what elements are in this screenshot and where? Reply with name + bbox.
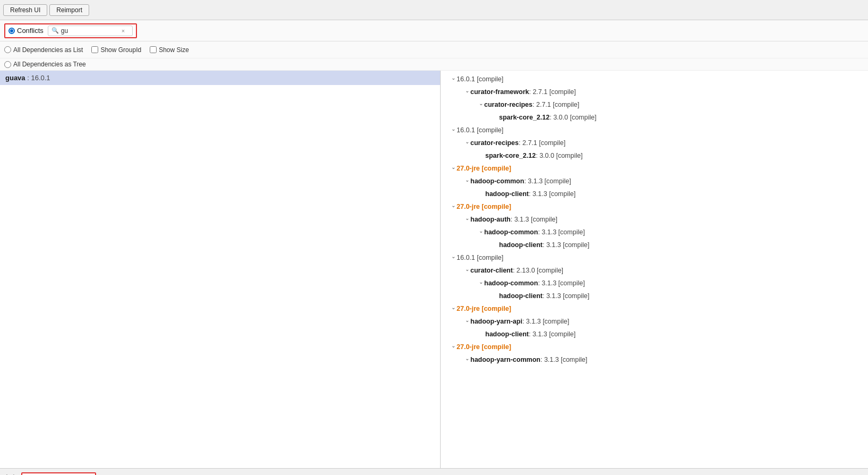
node-version: : 2.7.1 [compile] [529,87,575,97]
tree-node: ⌄curator-framework : 2.7.1 [compile] [441,86,868,98]
refresh-ui-button[interactable]: Refresh UI [3,4,47,16]
node-name: hadoop-client [499,240,543,250]
node-name: hadoop-client [499,291,543,301]
tree-node: ⌄curator-recipes : 2.7.1 [compile] [441,137,868,149]
tree-node: ⌄hadoop-yarn-common : 3.1.3 [compile] [441,353,868,366]
reimport-button[interactable]: Reimport [49,4,89,16]
node-version: : 3.1.3 [compile] [522,316,569,327]
tree-node: hadoop-client : 3.1.3 [compile] [441,188,868,200]
node-name: curator-recipes [470,138,519,148]
tree-node: hadoop-client : 3.1.3 [compile] [441,239,868,251]
show-groupid-checkbox[interactable] [91,46,98,53]
node-name: curator-recipes [484,99,532,110]
right-panel: ⌄16.0.1 [compile]⌄curator-framework : 2.… [441,71,868,468]
node-version: : 3.0.0 [compile] [549,112,596,123]
tree-node: ⌄hadoop-common : 3.1.3 [compile] [441,175,868,188]
clear-search-icon[interactable]: × [122,28,125,34]
node-version: : 3.1.3 [compile] [511,214,557,225]
node-name: hadoop-common [484,278,538,289]
tree-node: ⌄hadoop-yarn-api : 3.1.3 [compile] [441,315,868,328]
node-name: spark-core_2.12 [499,112,549,123]
view-options: All Dependencies as List Show GroupId Sh… [0,41,868,58]
tree-node: ⌄16.0.1 [compile] [441,124,868,137]
all-deps-tree-label: All Dependencies as Tree [13,61,86,68]
chevron-icon[interactable]: ⌄ [451,163,456,172]
tree-node: ⌄27.0-jre [compile] [441,200,868,213]
tree-node: ⌄27.0-jre [compile] [441,302,868,315]
node-version: : 3.1.3 [compile] [524,176,571,186]
show-size-checkbox[interactable] [150,46,157,53]
chevron-icon[interactable]: ⌄ [451,74,456,82]
conflicts-box: Conflicts 🔍 × [4,23,137,38]
toolbar: Refresh UI Reimport [0,0,868,20]
node-version-conflict: 27.0-jre [compile] [457,201,511,212]
node-name: hadoop-common [484,227,538,238]
node-version: : 3.1.3 [compile] [540,354,587,365]
node-name: hadoop-yarn-common [470,354,540,365]
search-input[interactable] [61,27,119,35]
node-version: : 3.1.3 [compile] [529,189,575,199]
chevron-icon[interactable]: ⌄ [465,214,469,223]
bottom-bar: 文本 Dependency Analyzer CSDN @孙清清 [0,468,868,475]
node-version: : 3.1.3 [compile] [543,240,589,250]
tree-node: ⌄curator-client : 2.13.0 [compile] [441,264,868,277]
node-version: : 3.1.3 [compile] [543,291,589,301]
node-version: : 3.1.3 [compile] [529,329,575,340]
conflicts-text: Conflicts [17,27,44,35]
chevron-icon[interactable]: ⌄ [465,316,469,325]
node-version: : 3.1.3 [compile] [538,227,585,238]
all-deps-list-label: All Dependencies as List [13,46,83,54]
chevron-icon[interactable]: ⌄ [451,252,456,261]
chevron-icon[interactable]: ⌄ [465,265,469,274]
node-name: spark-core_2.12 [485,150,536,161]
node-version: : 2.13.0 [compile] [513,265,563,276]
node-version: 16.0.1 [compile] [457,74,503,84]
all-deps-list-radio[interactable] [4,46,11,53]
chevron-icon[interactable]: ⌄ [465,87,469,95]
chevron-icon[interactable]: ⌄ [451,125,456,133]
tree-node: spark-core_2.12 : 3.0.0 [compile] [441,111,868,124]
node-version: : 2.7.1 [compile] [519,138,565,148]
search-icon: 🔍 [51,27,59,34]
node-version: : 3.0.0 [compile] [536,150,582,161]
node-version: 16.0.1 [compile] [457,252,503,263]
node-version: : 3.1.3 [compile] [538,278,585,289]
node-version-conflict: 27.0-jre [compile] [457,342,511,352]
chevron-icon[interactable]: ⌄ [451,342,456,350]
show-groupid-option[interactable]: Show GroupId [91,46,141,54]
chevron-icon[interactable]: ⌄ [479,99,483,108]
dep-item-guava[interactable]: guava : 16.0.1 [0,71,440,85]
search-box: 🔍 × [48,26,133,36]
conflicts-radio[interactable] [8,28,15,34]
tree-node: ⌄27.0-jre [compile] [441,162,868,175]
filter-bar: Conflicts 🔍 × [0,20,868,41]
tree-node: ⌄hadoop-common : 3.1.3 [compile] [441,277,868,290]
node-name: hadoop-auth [470,214,511,225]
all-deps-tree-option[interactable]: All Dependencies as Tree [4,61,864,68]
chevron-icon[interactable]: ⌄ [479,227,483,235]
node-version: : 2.7.1 [compile] [532,99,579,110]
dependency-analyzer-button[interactable]: Dependency Analyzer [21,472,96,476]
tree-node: ⌄16.0.1 [compile] [441,251,868,264]
dep-name: guava [5,74,25,82]
all-deps-list-option[interactable]: All Dependencies as List [4,46,83,54]
show-groupid-label: Show GroupId [100,46,141,54]
node-name: hadoop-client [485,329,529,340]
node-version-conflict: 27.0-jre [compile] [457,303,511,314]
chevron-icon[interactable]: ⌄ [451,201,456,210]
chevron-icon[interactable]: ⌄ [479,278,483,286]
chevron-icon[interactable]: ⌄ [465,138,469,146]
main-content: guava : 16.0.1 ⌄16.0.1 [compile]⌄curator… [0,71,868,468]
tree-node: ⌄16.0.1 [compile] [441,73,868,86]
show-size-option[interactable]: Show Size [150,46,189,54]
chevron-icon[interactable]: ⌄ [465,176,469,184]
tree-node: spark-core_2.12 : 3.0.0 [compile] [441,149,868,162]
all-deps-tree-radio[interactable] [4,61,11,68]
chevron-icon[interactable]: ⌄ [451,303,456,312]
tree-node: ⌄curator-recipes : 2.7.1 [compile] [441,98,868,111]
tree-node: ⌄hadoop-auth : 3.1.3 [compile] [441,213,868,226]
node-name: curator-client [470,265,513,276]
chevron-icon[interactable]: ⌄ [465,354,469,363]
conflicts-label: Conflicts [8,27,44,35]
node-name: hadoop-yarn-api [470,316,522,327]
